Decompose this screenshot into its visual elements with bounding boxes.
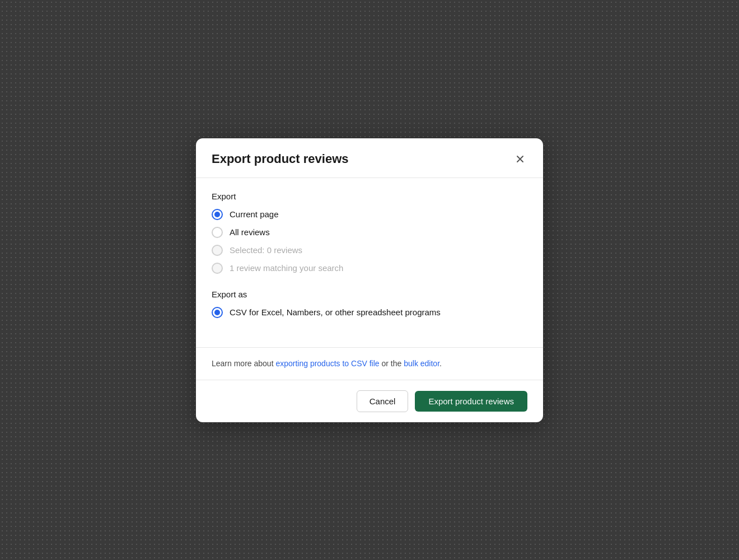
radio-label-selected: Selected: 0 reviews xyxy=(230,245,302,255)
export-button[interactable]: Export product reviews xyxy=(415,391,527,412)
modal-footer: Cancel Export product reviews xyxy=(196,380,543,422)
radio-item-all-reviews[interactable]: All reviews xyxy=(212,227,527,238)
radio-circle-search-match xyxy=(212,263,223,274)
radio-circle-selected xyxy=(212,245,223,256)
bulk-editor-link[interactable]: bulk editor xyxy=(404,359,439,368)
close-icon xyxy=(515,154,525,164)
radio-circle-all-reviews xyxy=(212,227,223,238)
footer-text-before: Learn more about xyxy=(212,359,275,368)
radio-item-search-match: 1 review matching your search xyxy=(212,263,527,274)
backdrop: Export product reviews Export Current pa… xyxy=(0,0,739,560)
radio-item-current-page[interactable]: Current page xyxy=(212,209,527,220)
close-button[interactable] xyxy=(513,152,527,166)
footer-info: Learn more about exporting products to C… xyxy=(196,347,543,380)
csv-link[interactable]: exporting products to CSV file xyxy=(275,359,379,368)
radio-item-csv[interactable]: CSV for Excel, Nambers, or other spreads… xyxy=(212,307,527,318)
radio-label-search-match: 1 review matching your search xyxy=(230,263,343,273)
radio-label-current-page: Current page xyxy=(230,209,279,219)
radio-label-all-reviews: All reviews xyxy=(230,227,270,237)
export-as-radio-group: CSV for Excel, Nambers, or other spreads… xyxy=(212,307,527,318)
cancel-button[interactable]: Cancel xyxy=(357,390,409,412)
export-as-section-label: Export as xyxy=(212,290,527,299)
radio-circle-current-page xyxy=(212,209,223,220)
export-as-section: Export as CSV for Excel, Nambers, or oth… xyxy=(212,290,527,318)
footer-text-after: . xyxy=(439,359,442,368)
modal-body: Export Current page All reviews xyxy=(196,178,543,347)
radio-label-csv: CSV for Excel, Nambers, or other spreads… xyxy=(230,307,441,317)
export-section: Export Current page All reviews xyxy=(212,192,527,274)
modal-dialog: Export product reviews Export Current pa… xyxy=(196,138,543,422)
footer-text-middle: or the xyxy=(380,359,404,368)
modal-header: Export product reviews xyxy=(196,138,543,178)
modal-title: Export product reviews xyxy=(212,152,349,166)
export-section-label: Export xyxy=(212,192,527,201)
radio-circle-csv xyxy=(212,307,223,318)
export-radio-group: Current page All reviews Selected: 0 rev… xyxy=(212,209,527,274)
radio-item-selected: Selected: 0 reviews xyxy=(212,245,527,256)
